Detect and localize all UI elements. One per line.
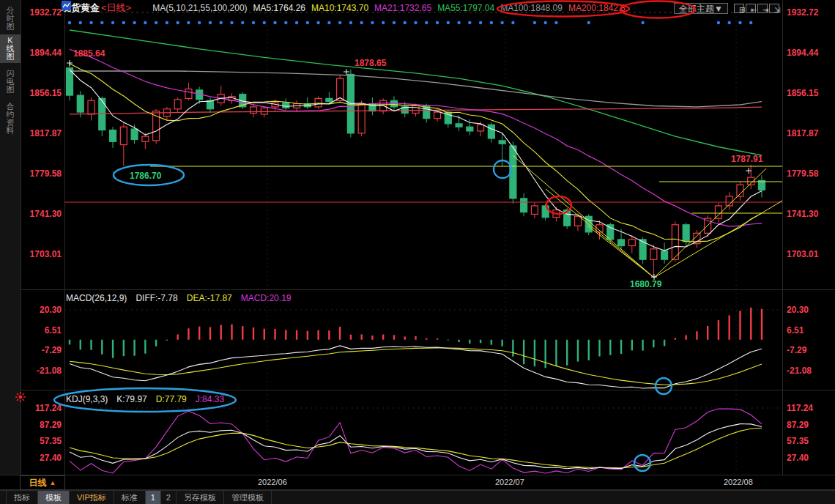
sidebar-tab-kline-active[interactable]: K 线 图 — [0, 34, 21, 63]
macd-title: MACD(26,12,9) — [66, 293, 127, 303]
scale-left-icon[interactable]: ⇤ — [746, 4, 756, 13]
pane-grid-icon[interactable]: ⊞ — [734, 4, 744, 13]
svg-text:1786.70: 1786.70 — [130, 171, 162, 181]
theme-dropdown-button[interactable]: 全部主题▼ — [674, 3, 728, 14]
toolbar-tab[interactable]: 标准 — [114, 491, 146, 504]
svg-text:1878.65: 1878.65 — [355, 58, 387, 68]
chart-header: 现货黄金 <日线> MA(5,10,21,55,100,200) MA5:176… — [62, 1, 832, 15]
svg-text:1741.30: 1741.30 — [787, 209, 819, 219]
period-selector-tab[interactable]: 日线 ▲ — [20, 475, 65, 490]
ma-values: MA5:1764.26MA10:1743.70MA21:1732.65MA55:… — [253, 3, 626, 13]
svg-text:1703.01: 1703.01 — [30, 249, 62, 259]
toolbar-tab[interactable]: 管理模板 — [224, 491, 272, 504]
svg-text:1932.72: 1932.72 — [30, 7, 62, 18]
svg-text:1817.87: 1817.87 — [787, 128, 819, 138]
toolbar-tab[interactable]: 另存模板 — [177, 491, 224, 504]
svg-text:-21.08: -21.08 — [37, 366, 62, 376]
svg-text:1680.79: 1680.79 — [630, 279, 662, 289]
period-arrow-icon: ▲ — [50, 479, 56, 486]
kdj-d-value: D:77.79 — [156, 394, 187, 404]
svg-text:117.24: 117.24 — [787, 403, 813, 413]
svg-text:1894.44: 1894.44 — [787, 48, 819, 58]
svg-text:1894.44: 1894.44 — [30, 48, 62, 58]
svg-text:-7.29: -7.29 — [787, 345, 807, 355]
kdj-j-value: J:84.33 — [196, 394, 224, 404]
svg-text:1703.01: 1703.01 — [787, 249, 819, 259]
svg-text:1741.30: 1741.30 — [30, 209, 62, 219]
svg-text:1856.15: 1856.15 — [787, 88, 819, 98]
template-toolbar: 指标模板VIP指标标准12另存模板管理模板 — [0, 490, 835, 504]
svg-text:1856.15: 1856.15 — [30, 88, 62, 98]
svg-text:117.24: 117.24 — [35, 403, 62, 413]
svg-text:87.29: 87.29 — [787, 420, 809, 430]
scale-right-icon[interactable]: ⇥ — [757, 4, 768, 13]
svg-text:27.40: 27.40 — [787, 453, 809, 463]
svg-text:-7.29: -7.29 — [42, 345, 62, 355]
period-label: 日线 — [29, 477, 47, 489]
trading-terminal-window: 1932.721932.721894.441894.441856.151856.… — [0, 0, 835, 504]
ma-value-label: MA200:1842.8 — [568, 3, 626, 13]
svg-text:87.29: 87.29 — [40, 420, 62, 430]
macd-macd-value: MACD:20.19 — [241, 293, 292, 303]
svg-text:2022/08: 2022/08 — [724, 478, 753, 486]
svg-text:27.40: 27.40 — [40, 453, 62, 463]
kdj-header: KDJ(9,3,3) K:79.97 D:77.79 J:84.33 — [66, 394, 224, 404]
svg-text:6.51: 6.51 — [787, 325, 804, 336]
svg-text:1779.58: 1779.58 — [787, 168, 819, 179]
window-controls: ⊞⇤⇥⇲ — [734, 4, 779, 13]
svg-text:6.51: 6.51 — [45, 325, 62, 336]
ma-value-label: MA10:1743.70 — [311, 3, 368, 13]
sidebar-tab-item[interactable]: 分 时 图 — [0, 4, 21, 33]
sidebar-tab-item[interactable]: 闪 电 图 — [0, 67, 21, 96]
svg-text:1779.58: 1779.58 — [30, 168, 62, 179]
macd-header: MACD(26,12,9) DIFF:-7.78 DEA:-17.87 MACD… — [66, 293, 291, 303]
ma-value-label: MA5:1764.26 — [253, 3, 305, 13]
svg-text:2022/06: 2022/06 — [258, 478, 287, 486]
main-chart[interactable]: 1932.721932.721894.441894.441856.151856.… — [0, 0, 835, 504]
macd-diff-value: DIFF:-7.78 — [136, 293, 177, 303]
svg-text:20.30: 20.30 — [787, 305, 809, 315]
toolbar-tab[interactable]: VIP指标 — [70, 491, 114, 504]
svg-text:57.35: 57.35 — [787, 436, 809, 446]
detach-pane-icon[interactable]: ⇲ — [769, 4, 779, 13]
svg-text:2022/07: 2022/07 — [495, 478, 524, 486]
ma-value-label: MA55:1797.04 — [437, 3, 494, 13]
svg-text:1787.91: 1787.91 — [731, 154, 763, 164]
toolbar-tab[interactable]: 模板 — [38, 491, 70, 504]
period-tag: <日线> — [101, 1, 131, 15]
ma-value-label: MA21:1732.65 — [374, 3, 431, 13]
toolbar-spacer — [0, 491, 7, 504]
kline-chart-icon — [137, 4, 146, 13]
toolbar-tab[interactable]: 1 — [146, 491, 161, 504]
toolbar-tab[interactable]: 2 — [161, 491, 177, 504]
svg-text:57.35: 57.35 — [40, 436, 62, 446]
svg-text:-21.08: -21.08 — [787, 366, 812, 376]
ma-value-label: MA100:1848.09 — [500, 3, 563, 13]
svg-text:20.30: 20.30 — [40, 305, 62, 315]
sidebar-tab-item[interactable]: 合 约 资 料 — [0, 100, 21, 137]
svg-text:1817.87: 1817.87 — [30, 128, 62, 138]
toolbar-tab[interactable]: 指标 — [7, 491, 38, 504]
left-sidebar: 分 时 图K 线 图闪 电 图合 约 资 料 — [0, 0, 21, 475]
macd-dea-value: DEA:-17.87 — [187, 293, 232, 303]
kdj-k-value: K:79.97 — [116, 394, 146, 404]
svg-text:1885.64: 1885.64 — [73, 48, 105, 59]
kdj-title: KDJ(9,3,3) — [66, 394, 108, 404]
ma-settings-label: MA(5,10,21,55,100,200) — [152, 3, 247, 13]
